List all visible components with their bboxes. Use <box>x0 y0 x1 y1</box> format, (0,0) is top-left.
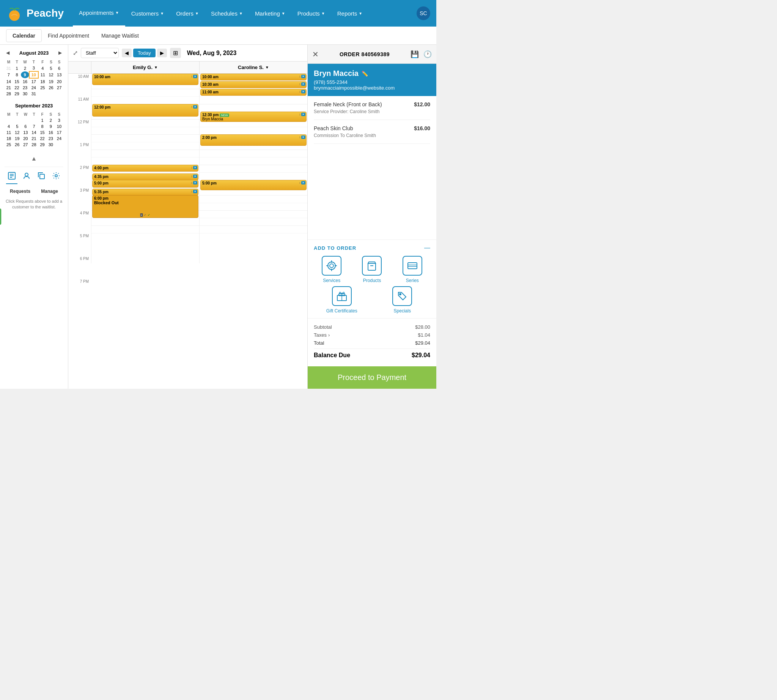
calendar-toolbar: ⤢ Staff ◀ Today ▶ ⊞ Wed, Aug 9, 2023 <box>68 45 307 62</box>
nav-marketing-arrow: ▼ <box>281 12 285 15</box>
appointment[interactable]: 10:00 am↕✕ <box>200 73 306 80</box>
time-grid: 10 AM11 AM12 PM1 PM2 PM3 PM4 PM5 PM6 PM7… <box>68 73 307 389</box>
order-save-btn[interactable]: 💾 <box>411 50 419 58</box>
waitlist-hint: Click Requests above to add a customer t… <box>5 198 63 210</box>
staff-selector[interactable]: Staff <box>81 48 119 58</box>
taxes-value: $1.04 <box>418 332 430 338</box>
appointment[interactable]: 5:00 pm↕✕ <box>200 180 306 190</box>
appointment[interactable]: 2:00 pm↕✕ <box>200 134 306 146</box>
services-icon <box>326 260 338 272</box>
edit-customer-btn[interactable]: ✏️ <box>361 71 368 77</box>
appointment[interactable]: 5:00 pm↕✕ <box>92 180 198 188</box>
expand-btn[interactable]: ⤢ <box>73 49 78 57</box>
next-day-btn[interactable]: ▶ <box>157 48 167 57</box>
staff-emily: Emily G. ▼ <box>91 62 199 73</box>
item-1-price: $12.00 <box>414 102 430 107</box>
emily-dropdown[interactable]: ▼ <box>154 65 158 70</box>
sidebar-tool-copy[interactable] <box>36 170 47 184</box>
tab-find-appointment[interactable]: Find Appointment <box>42 30 95 42</box>
manage-label[interactable]: Manage <box>41 189 58 194</box>
appointment[interactable]: 4:00 pm↕✕ <box>92 165 198 172</box>
gift-label: Gift Certificates <box>326 308 358 313</box>
services-label: Services <box>323 278 340 283</box>
total-row: Total $29.04 <box>314 339 430 347</box>
services-icon-circle <box>322 256 341 276</box>
grid-view-btn[interactable]: ⊞ <box>170 48 181 58</box>
add-services-btn[interactable]: Services <box>314 256 349 283</box>
tab-calendar[interactable]: Calendar <box>6 29 42 42</box>
svg-point-9 <box>330 264 333 268</box>
sidebar-tool-settings[interactable] <box>50 170 62 184</box>
cal-nav: ◀ Today ▶ <box>122 48 167 57</box>
appointment[interactable]: 4:35 pm↕✕ <box>92 173 198 180</box>
order-panel: ✕ ORDER 840569389 💾 🕐 Bryn Maccia ✏️ (97… <box>307 45 436 389</box>
item-2-sub: Commission To Caroline Smith <box>314 133 430 138</box>
order-close-btn[interactable]: ✕ <box>312 50 319 59</box>
caroline-dropdown[interactable]: ▼ <box>265 65 269 70</box>
mini-cal-september: September 2023 MTWTFSS 12345678910111213… <box>5 103 63 148</box>
proceed-payment-btn[interactable]: Proceed to Payment <box>308 366 436 389</box>
total-label: Total <box>314 340 324 346</box>
specials-icon-circle <box>392 286 412 306</box>
add-products-btn[interactable]: Products <box>354 256 389 283</box>
user-avatar[interactable]: SC <box>417 7 430 20</box>
appointment[interactable]: 12:30 pm NEWBryn Maccia↕✕ <box>200 112 306 122</box>
svg-point-7 <box>55 175 57 177</box>
taxes-label[interactable]: Taxes › <box>314 332 330 338</box>
tab-manage-waitlist[interactable]: Manage Waitlist <box>95 30 145 42</box>
nav-marketing[interactable]: Marketing ▼ <box>249 0 291 27</box>
sidebar: Help ◀ August 2023 ▶ MTWTFSS 31123456789… <box>0 45 68 389</box>
add-to-order-section: ADD TO ORDER — <box>308 240 436 318</box>
products-icon <box>366 260 378 272</box>
prev-day-btn[interactable]: ◀ <box>122 48 131 57</box>
order-item-1[interactable]: Female Neck (Front or Back) $12.00 Servi… <box>314 96 430 120</box>
order-items: Female Neck (Front or Back) $12.00 Servi… <box>308 96 436 240</box>
peach-icon <box>6 5 23 22</box>
nav-reports-arrow: ▼ <box>359 12 362 15</box>
requests-label[interactable]: Requests <box>10 189 30 194</box>
balance-value: $29.04 <box>412 352 430 359</box>
calendar-area: ⤢ Staff ◀ Today ▶ ⊞ Wed, Aug 9, 2023 Emi… <box>68 45 307 389</box>
appointment[interactable]: 11:00 am↕✕ <box>200 89 306 96</box>
logo: Peachy <box>6 5 64 22</box>
prev-month-btn[interactable]: ◀ <box>5 49 11 56</box>
nav-orders[interactable]: Orders ▼ <box>170 0 205 27</box>
gift-icon-circle <box>332 286 352 306</box>
help-tab[interactable]: Help <box>0 209 1 225</box>
add-specials-btn[interactable]: Specials <box>374 286 431 313</box>
add-to-order-dash[interactable]: — <box>424 245 430 251</box>
collapse-sidebar-btn[interactable]: ▲ <box>5 154 63 163</box>
today-btn[interactable]: Today <box>133 48 156 57</box>
svg-point-8 <box>328 262 335 270</box>
add-to-order-label: ADD TO ORDER <box>314 245 356 251</box>
calendar-date: Wed, Aug 9, 2023 <box>187 50 237 57</box>
appointment[interactable]: 10:30 am↕✕ <box>200 81 306 88</box>
nav-reports[interactable]: Reports ▼ <box>331 0 368 27</box>
appointment[interactable]: 12:00 pm↕✕ <box>92 104 198 117</box>
add-series-btn[interactable]: Series <box>394 256 430 283</box>
svg-point-21 <box>399 293 401 295</box>
nav-appointments[interactable]: Appointments ▼ <box>73 0 125 27</box>
add-gift-btn[interactable]: Gift Certificates <box>314 286 370 313</box>
nav-schedules[interactable]: Schedules ▼ <box>205 0 249 27</box>
nav-schedules-arrow: ▼ <box>239 12 243 15</box>
sidebar-tool-requests[interactable] <box>6 170 17 184</box>
customer-name: Bryn Maccia <box>314 69 359 78</box>
blocked-appointment[interactable]: 6:00 pmBlocked Out▪✓✓ <box>92 195 198 218</box>
series-icon <box>406 260 418 272</box>
nav-customers[interactable]: Customers ▼ <box>125 0 170 27</box>
order-history-btn[interactable]: 🕐 <box>423 50 432 58</box>
order-item-2[interactable]: Peach Skin Club $16.00 Commission To Car… <box>314 120 430 144</box>
item-2-name: Peach Skin Club <box>314 125 353 131</box>
svg-rect-6 <box>40 174 44 179</box>
appointment[interactable]: 5:35 pm↕✕ <box>92 189 198 195</box>
series-label: Series <box>406 278 419 283</box>
next-month-btn[interactable]: ▶ <box>57 49 63 56</box>
appointment[interactable]: 10:00 am↕✕ <box>92 73 198 85</box>
staff-headers: Emily G. ▼ Caroline S. ▼ <box>68 62 307 73</box>
order-customer-info: Bryn Maccia ✏️ (978) 555-2344 brynmaccia… <box>308 64 436 96</box>
sidebar-tool-manage[interactable] <box>21 170 32 184</box>
subheader: Calendar Find Appointment Manage Waitlis… <box>0 27 436 45</box>
balance-label: Balance Due <box>314 352 350 359</box>
nav-products[interactable]: Products ▼ <box>291 0 331 27</box>
